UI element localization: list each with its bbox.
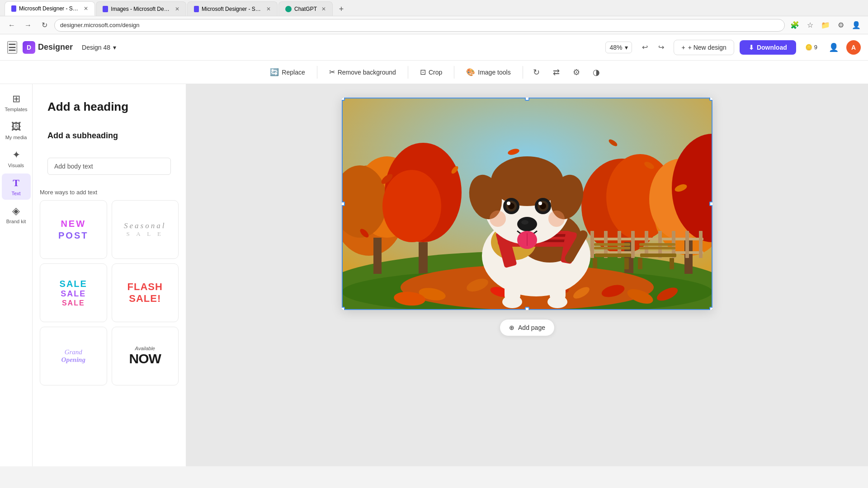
- text-panel: Add a heading Add a subheading Add body …: [33, 84, 186, 466]
- toolbar-sep-4: [523, 66, 523, 79]
- tab-close-4[interactable]: ✕: [321, 6, 326, 12]
- toolbar: 🔄 Replace ✂ Remove background ⊡ Crop 🎨 I…: [0, 61, 868, 84]
- replace-button[interactable]: 🔄 Replace: [264, 65, 311, 79]
- svg-rect-38: [638, 258, 642, 269]
- svg-point-86: [517, 217, 537, 231]
- panel-heading[interactable]: Add a heading: [40, 93, 179, 121]
- design-name-button[interactable]: Design 48 ▾: [78, 42, 120, 53]
- tab-close-1[interactable]: ✕: [84, 5, 88, 12]
- address-bar[interactable]: designer.microsoft.com/design: [54, 19, 785, 32]
- svg-rect-31: [699, 231, 703, 258]
- template-grand-opening[interactable]: Grand Opening: [40, 327, 107, 385]
- designer-logo: D Designer: [23, 41, 73, 54]
- new-design-label: + New design: [688, 44, 726, 51]
- tab-designer-2[interactable]: Microsoft Designer - Stunning... ✕: [187, 1, 278, 16]
- rotate-button[interactable]: ↻: [528, 64, 545, 80]
- sidebar-item-templates[interactable]: ⊞ Templates: [2, 89, 31, 116]
- sidebar-item-brand-kit[interactable]: ◈ Brand kit: [2, 202, 31, 228]
- credits-button[interactable]: 🪙 9: [802, 42, 821, 52]
- text-templates-grid: NEW POST Seasonal S A L E SALE SALE: [40, 200, 179, 385]
- add-page-button[interactable]: ⊕ Add page: [500, 319, 555, 336]
- sidebar-item-label-visuals: Visuals: [8, 163, 24, 168]
- svg-point-81: [507, 202, 510, 205]
- contrast-button[interactable]: ◑: [588, 64, 604, 80]
- template-flash-sale[interactable]: FLASHSALE!: [112, 263, 179, 322]
- template-new-post[interactable]: NEW POST: [40, 200, 107, 259]
- image-tools-button[interactable]: 🎨 Image tools: [460, 65, 517, 79]
- undo-button[interactable]: ↩: [637, 40, 652, 55]
- svg-point-71: [502, 296, 522, 308]
- zoom-control[interactable]: 48% ▾: [605, 42, 632, 53]
- extensions-button[interactable]: 🧩: [788, 19, 801, 32]
- credits-count: 9: [814, 44, 817, 51]
- svg-point-72: [547, 296, 567, 308]
- flip-button[interactable]: ⇄: [548, 64, 565, 80]
- sidebar-item-label-text: Text: [11, 191, 20, 196]
- sidebar-item-my-media[interactable]: 🖼 My media: [2, 117, 31, 144]
- coin-icon: 🪙: [805, 44, 812, 51]
- replace-icon: 🔄: [270, 68, 279, 76]
- settings-button[interactable]: ⚙: [835, 19, 847, 32]
- panel-body-text[interactable]: Add body text: [40, 151, 179, 182]
- template-seasonal-sale[interactable]: Seasonal S A L E: [112, 200, 179, 259]
- templates-icon: ⊞: [12, 93, 20, 105]
- toolbar-sep-1: [317, 66, 317, 79]
- sidebar-item-visuals[interactable]: ✦ Visuals: [2, 145, 31, 172]
- canvas-frame[interactable]: ↻: [342, 98, 712, 310]
- redo-button[interactable]: ↪: [654, 40, 668, 55]
- image-tools-label: Image tools: [478, 69, 510, 76]
- sidebar-item-text[interactable]: T Text: [2, 174, 31, 200]
- back-button[interactable]: ←: [5, 19, 18, 32]
- sidebar-item-label-templates: Templates: [5, 107, 27, 112]
- tab-chatgpt[interactable]: ChatGPT ✕: [278, 1, 333, 16]
- remove-background-button[interactable]: ✂ Remove background: [323, 65, 402, 79]
- browser-tabs-bar: Microsoft Designer - Stunning... ✕ Image…: [0, 0, 868, 16]
- svg-rect-35: [594, 247, 630, 249]
- profile-button[interactable]: A: [846, 40, 861, 55]
- plus-icon: +: [681, 44, 685, 51]
- zoom-value: 48%: [609, 44, 622, 51]
- panel-subheading[interactable]: Add a subheading: [40, 124, 179, 147]
- replace-label: Replace: [282, 69, 305, 76]
- main-area: ⊞ Templates 🖼 My media ✦ Visuals T Text …: [0, 84, 868, 466]
- forward-button[interactable]: →: [22, 19, 34, 32]
- heading-text: Add a heading: [47, 100, 171, 114]
- svg-point-85: [538, 202, 542, 205]
- svg-rect-26: [631, 231, 635, 258]
- refresh-button[interactable]: ↻: [38, 19, 51, 32]
- toolbar-sep-3: [454, 66, 454, 79]
- svg-rect-32: [595, 253, 631, 257]
- add-page-label: Add page: [518, 324, 545, 331]
- template-sale-stack[interactable]: SALE SALE SALE: [40, 263, 107, 322]
- profile-browser-button[interactable]: 👤: [850, 19, 863, 32]
- tab-close-3[interactable]: ✕: [266, 6, 271, 12]
- share-button[interactable]: 👤: [826, 40, 841, 55]
- svg-rect-36: [594, 243, 630, 246]
- svg-rect-37: [640, 253, 676, 257]
- tab-images[interactable]: Images - Microsoft Designer ✕: [96, 1, 186, 16]
- logo-text: Designer: [38, 42, 73, 52]
- tab-designer-1[interactable]: Microsoft Designer - Stunning... ✕: [5, 1, 95, 16]
- svg-rect-39: [670, 258, 674, 269]
- hamburger-menu[interactable]: ☰: [7, 41, 17, 54]
- sidebar: ⊞ Templates 🖼 My media ✦ Visuals T Text …: [0, 84, 33, 466]
- svg-point-87: [521, 220, 528, 225]
- favorites-button[interactable]: ☆: [804, 19, 816, 32]
- tab-close-2[interactable]: ✕: [175, 6, 179, 12]
- template-available-now[interactable]: Available NOW: [112, 327, 179, 385]
- body-text: Add body text: [47, 158, 171, 175]
- new-design-button[interactable]: + + New design: [674, 40, 734, 55]
- logo-icon: D: [23, 41, 35, 54]
- crop-icon: ⊡: [420, 68, 426, 76]
- brand-kit-icon: ◈: [12, 205, 20, 217]
- top-nav: ☰ D Designer Design 48 ▾ 48% ▾ ↩ ↪ + + N…: [0, 34, 868, 61]
- collections-button[interactable]: 📁: [819, 19, 832, 32]
- canvas-area: ↻ ⊕ Add page: [186, 84, 868, 466]
- download-button[interactable]: ⬇ Download: [740, 40, 796, 55]
- logo-letter: D: [27, 44, 31, 51]
- new-tab-button[interactable]: +: [335, 2, 348, 16]
- svg-rect-6: [373, 238, 382, 274]
- adjust-button[interactable]: ⚙: [568, 64, 585, 80]
- sidebar-item-label-my-media: My media: [5, 135, 27, 140]
- crop-button[interactable]: ⊡ Crop: [414, 65, 448, 79]
